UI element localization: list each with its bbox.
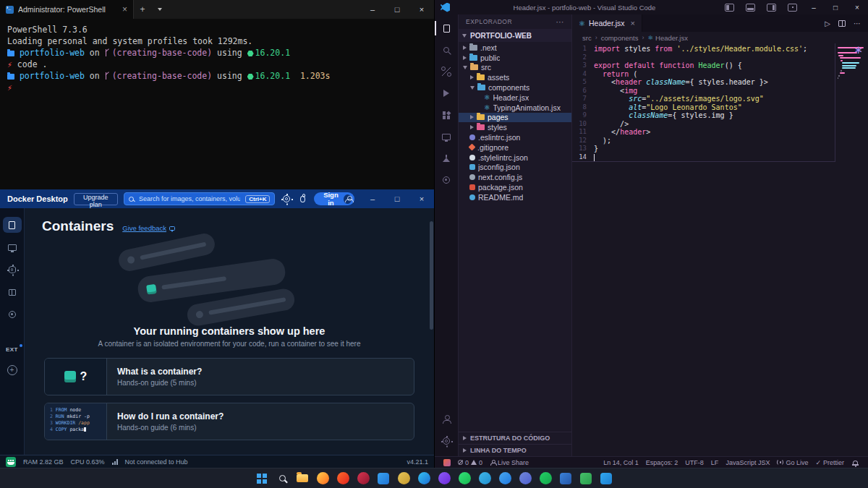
taskbar-search-icon[interactable] — [273, 470, 291, 487]
explorer-item-typinganimation-jsx[interactable]: ⚛TypingAnimation.jsx — [459, 103, 571, 113]
taskbar-app-green-icon[interactable] — [577, 470, 595, 487]
toggle-secondary-sidebar-icon[interactable] — [767, 4, 776, 12]
go-live-button[interactable]: Go Live — [774, 459, 811, 466]
taskbar-app-purple-icon[interactable] — [435, 470, 453, 487]
explorer-icon[interactable] — [435, 17, 459, 39]
explorer-item-components[interactable]: components — [459, 82, 571, 93]
explorer-item--stylelintrc-json[interactable]: .stylelintrc.json — [459, 153, 571, 163]
minimize-button[interactable]: – — [360, 189, 385, 208]
docker-sidebar-images-icon[interactable] — [3, 239, 22, 255]
settings-icon[interactable] — [435, 430, 459, 452]
taskbar-firefox-icon[interactable] — [314, 470, 331, 487]
run-and-debug-icon[interactable] — [435, 82, 459, 104]
minimize-button[interactable]: – — [803, 0, 825, 14]
terminal-tab[interactable]: Administrator: PowerShell × — [0, 0, 134, 19]
close-button[interactable]: × — [846, 0, 868, 14]
extension-extra-icon[interactable] — [435, 169, 459, 191]
notifications-bell-icon[interactable] — [848, 459, 862, 466]
explorer-item-header-jsx[interactable]: ⚛Header.jsx — [459, 93, 571, 103]
maximize-button[interactable]: □ — [385, 0, 409, 19]
explorer-item--eslintrc-json[interactable]: .eslintrc.json — [459, 132, 571, 142]
docker-search-input[interactable] — [137, 194, 242, 203]
timeline-section[interactable]: LINHA DO TEMPO — [459, 444, 571, 456]
explorer-item-assets[interactable]: assets — [459, 72, 571, 82]
editor-more-actions-icon[interactable]: ⋯ — [854, 20, 861, 27]
docker-search-bar[interactable]: Ctrl+K — [124, 192, 276, 205]
maximize-button[interactable]: □ — [385, 189, 409, 208]
how-do-i-run-a-container-card[interactable]: 1 FROM node2 RUN mkdir -p3 WORKDIR /app4… — [44, 403, 414, 440]
taskbar-edge-icon[interactable] — [415, 470, 433, 487]
breadcrumb-src[interactable]: src — [582, 34, 592, 42]
remote-indicator-icon[interactable] — [443, 459, 451, 466]
explorer-item--next[interactable]: .next — [459, 43, 571, 53]
terminal-output[interactable]: PowerShell 7.3.6Loading personal and sys… — [0, 19, 434, 98]
minimize-button[interactable]: – — [360, 0, 385, 19]
source-control-icon[interactable] — [435, 61, 459, 82]
explorer-item-jsconfig-json[interactable]: jsconfig.json — [459, 163, 571, 173]
taskbar-discord-icon[interactable] — [516, 470, 534, 487]
encoding[interactable]: UTF-8 — [682, 459, 707, 466]
taskbar-telegram-icon[interactable] — [476, 470, 493, 487]
indentation[interactable]: Espaços: 2 — [643, 459, 681, 466]
explorer-item-package-json[interactable]: package.json — [459, 182, 571, 192]
docker-sidebar-containers-icon[interactable] — [3, 217, 22, 233]
what-is-a-container-card[interactable]: ? What is a container? Hands-on guide (5… — [44, 358, 414, 395]
taskbar-opera-icon[interactable] — [354, 470, 372, 487]
explorer-item-src[interactable]: src — [459, 63, 571, 73]
explorer-more-actions-icon[interactable]: ⋯ — [556, 17, 565, 27]
explorer-item-public[interactable]: public — [459, 53, 571, 63]
docker-sidebar-volumes-icon[interactable] — [3, 262, 22, 278]
remote-explorer-icon[interactable] — [435, 126, 459, 147]
close-button[interactable]: × — [409, 0, 434, 19]
taskbar-app-amber-icon[interactable] — [395, 470, 412, 487]
search-icon[interactable] — [435, 39, 459, 61]
toggle-sidebar-icon[interactable] — [725, 4, 734, 12]
extensions-label[interactable]: EXT — [6, 346, 18, 353]
taskbar-vscode-icon[interactable] — [375, 470, 392, 487]
outline-section[interactable]: ESTRUTURA DO CÓDIGO — [459, 432, 571, 444]
give-feedback-link[interactable]: Give feedback — [122, 224, 175, 232]
explorer-item--gitignore[interactable]: .gitignore — [459, 142, 571, 153]
code-editor[interactable]: 1import styles from '../styles/Header.mo… — [572, 43, 868, 456]
troubleshoot-bug-icon[interactable] — [297, 196, 308, 202]
add-extensions-button[interactable]: + — [7, 365, 17, 375]
explorer-item-readme-md[interactable]: README.md — [459, 192, 571, 202]
upgrade-plan-button[interactable]: Upgrade plan — [74, 193, 118, 205]
run-code-icon[interactable]: ▷ — [825, 20, 830, 27]
project-section-header[interactable]: PORTFOLIO-WEB — [459, 29, 571, 42]
cursor-position[interactable]: Ln 14, Col 1 — [600, 459, 642, 466]
explorer-item-next-config-js[interactable]: next.config.js — [459, 172, 571, 182]
taskbar-messenger-icon[interactable] — [496, 470, 514, 487]
scrollbar[interactable] — [430, 217, 433, 441]
accounts-icon[interactable] — [435, 408, 459, 430]
breadcrumb[interactable]: src›components›⚛Header.jsx — [572, 32, 868, 43]
problems-status[interactable]: 0 0 — [455, 459, 485, 466]
taskbar-outlook-icon[interactable] — [557, 470, 574, 487]
split-editor-icon[interactable] — [838, 20, 846, 27]
toggle-panel-icon[interactable] — [746, 4, 755, 12]
settings-gear-icon[interactable] — [281, 195, 292, 202]
explorer-item-pages[interactable]: pages — [459, 113, 571, 123]
eol-sequence[interactable]: LF — [708, 459, 722, 466]
testing-icon[interactable] — [435, 147, 459, 169]
prettier-status[interactable]: ✓Prettier — [812, 459, 847, 466]
tab-dropdown-button[interactable] — [151, 0, 169, 19]
terminal-tab-close-icon[interactable]: × — [122, 4, 127, 14]
breadcrumb-header-jsx[interactable]: ⚛Header.jsx — [647, 34, 688, 42]
minimap[interactable] — [835, 43, 868, 162]
live-share-button[interactable]: Live Share — [487, 459, 532, 466]
explorer-item-styles[interactable]: styles — [459, 122, 571, 132]
sign-in-button[interactable]: Sign in — [314, 192, 354, 205]
taskbar-windows-start-icon[interactable] — [253, 470, 271, 487]
taskbar-whatsapp-icon[interactable] — [456, 470, 473, 487]
taskbar-docker-icon[interactable] — [597, 470, 615, 487]
tab-close-icon[interactable]: × — [631, 19, 635, 27]
extensions-icon[interactable] — [435, 104, 459, 126]
close-button[interactable]: × — [409, 189, 434, 208]
customize-layout-icon[interactable] — [788, 4, 797, 12]
taskbar-brave-icon[interactable] — [334, 470, 352, 487]
breadcrumb-components[interactable]: components — [601, 34, 639, 42]
scrollbar-thumb[interactable] — [430, 221, 433, 330]
code-content[interactable]: 1import styles from '../styles/Header.mo… — [572, 43, 835, 162]
tab-header-jsx[interactable]: ⚛ Header.jsx × — [572, 14, 642, 32]
